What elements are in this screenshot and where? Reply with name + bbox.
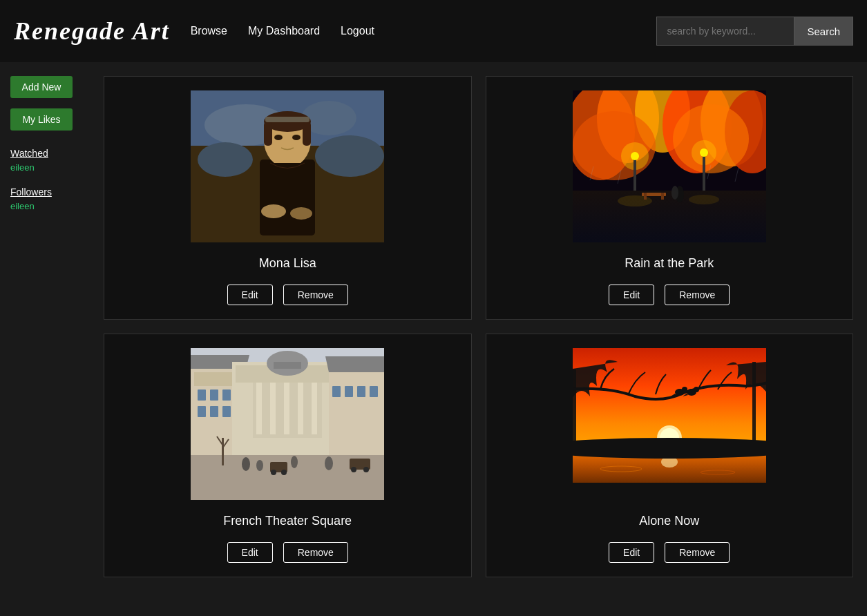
header-left: Renegade Art Browse My Dashboard Logout <box>14 17 374 46</box>
artwork-image-container-3 <box>118 348 457 500</box>
artwork-actions-french-theater: Edit Remove <box>227 542 348 563</box>
artwork-title-mona-lisa: Mona Lisa <box>259 256 316 271</box>
remove-button-rain-park[interactable]: Remove <box>665 285 730 305</box>
artwork-card-french-theater: French Theater Square Edit Remove <box>104 334 472 577</box>
svg-point-16 <box>274 135 283 140</box>
svg-point-17 <box>292 135 301 140</box>
svg-rect-72 <box>345 386 353 397</box>
svg-rect-63 <box>270 383 276 434</box>
edit-button-alone-now[interactable]: Edit <box>609 542 654 563</box>
svg-point-5 <box>198 142 253 177</box>
artwork-card-alone-now: Alone Now Edit Remove <box>486 334 854 577</box>
edit-button-mona-lisa[interactable]: Edit <box>227 285 273 305</box>
svg-point-38 <box>671 186 678 200</box>
sidebar: Add New My Likes Watched eileen Follower… <box>0 62 90 591</box>
search-button[interactable]: Search <box>794 17 853 46</box>
svg-rect-64 <box>284 383 289 434</box>
followers-link[interactable]: Followers <box>10 186 79 198</box>
svg-point-101 <box>694 387 699 392</box>
svg-rect-71 <box>332 386 341 397</box>
artwork-image-container-4 <box>500 348 839 500</box>
logo: Renegade Art <box>14 17 170 46</box>
svg-rect-36 <box>573 191 766 242</box>
svg-rect-69 <box>329 372 384 459</box>
artwork-title-rain-park: Rain at the Park <box>625 256 714 271</box>
svg-rect-40 <box>644 193 647 200</box>
artwork-actions-mona-lisa: Edit Remove <box>227 285 348 305</box>
artwork-image-french-theater <box>191 348 384 500</box>
add-new-button[interactable]: Add New <box>10 76 73 98</box>
svg-point-32 <box>700 148 708 157</box>
svg-rect-15 <box>265 117 309 122</box>
svg-rect-55 <box>210 406 218 417</box>
remove-button-french-theater[interactable]: Remove <box>283 542 348 563</box>
remove-button-mona-lisa[interactable]: Remove <box>283 285 348 305</box>
svg-point-6 <box>315 135 384 177</box>
page-layout: Add New My Likes Watched eileen Follower… <box>0 62 867 591</box>
svg-rect-56 <box>222 406 231 417</box>
artwork-grid: Mona Lisa Edit Remove <box>104 76 853 577</box>
artwork-card-mona-lisa: Mona Lisa Edit Remove <box>104 76 472 320</box>
svg-point-95 <box>573 438 766 459</box>
artwork-card-rain-park: Rain at the Park Edit Remove <box>486 76 854 320</box>
svg-rect-50 <box>198 389 206 401</box>
my-likes-button[interactable]: My Likes <box>10 108 73 131</box>
svg-point-78 <box>256 460 263 471</box>
svg-rect-104 <box>573 483 766 500</box>
watched-link[interactable]: Watched <box>10 148 79 159</box>
main-content: Mona Lisa Edit Remove <box>90 62 867 591</box>
svg-rect-41 <box>661 193 664 200</box>
svg-point-85 <box>351 467 356 472</box>
watched-user: eileen <box>10 162 79 173</box>
svg-point-77 <box>242 457 250 471</box>
edit-button-rain-park[interactable]: Edit <box>609 285 654 305</box>
svg-point-79 <box>291 456 298 468</box>
svg-point-30 <box>631 152 639 160</box>
svg-point-99 <box>682 387 687 392</box>
artwork-image-mona-lisa <box>191 90 384 242</box>
nav-logout[interactable]: Logout <box>341 25 374 37</box>
svg-rect-74 <box>370 386 378 397</box>
artwork-image-alone-now <box>573 348 766 500</box>
svg-point-80 <box>325 456 333 470</box>
header: Renegade Art Browse My Dashboard Logout … <box>0 0 867 62</box>
svg-rect-7 <box>260 160 315 235</box>
svg-rect-87 <box>222 438 224 465</box>
artwork-title-french-theater: French Theater Square <box>223 514 352 528</box>
artwork-image-container <box>118 90 457 242</box>
edit-button-french-theater[interactable]: Edit <box>227 542 273 563</box>
nav-browse[interactable]: Browse <box>191 25 227 37</box>
artwork-actions-rain-park: Edit Remove <box>609 285 730 305</box>
artwork-title-alone-now: Alone Now <box>639 514 699 528</box>
svg-rect-14 <box>303 122 311 146</box>
remove-button-alone-now[interactable]: Remove <box>665 542 730 563</box>
nav-dashboard[interactable]: My Dashboard <box>248 25 320 37</box>
svg-rect-54 <box>198 406 206 417</box>
search-area: Search <box>656 17 853 46</box>
svg-rect-68 <box>274 362 301 369</box>
svg-point-8 <box>261 204 286 218</box>
svg-rect-52 <box>222 389 231 401</box>
svg-point-83 <box>281 470 287 475</box>
svg-rect-62 <box>256 383 262 434</box>
main-nav: Browse My Dashboard Logout <box>191 25 374 37</box>
svg-marker-70 <box>325 356 384 372</box>
artwork-image-container-2 <box>500 90 839 242</box>
artwork-actions-alone-now: Edit Remove <box>609 542 730 563</box>
svg-point-9 <box>290 207 312 220</box>
svg-rect-66 <box>312 383 317 434</box>
artwork-image-rain-park <box>573 90 766 242</box>
svg-point-86 <box>363 467 369 472</box>
svg-rect-51 <box>210 389 218 401</box>
search-input[interactable] <box>656 17 794 46</box>
svg-point-82 <box>271 470 276 475</box>
followers-user: eileen <box>10 201 79 211</box>
svg-rect-65 <box>298 383 303 434</box>
svg-point-26 <box>673 104 749 173</box>
svg-rect-13 <box>264 122 272 146</box>
svg-rect-73 <box>357 386 365 397</box>
